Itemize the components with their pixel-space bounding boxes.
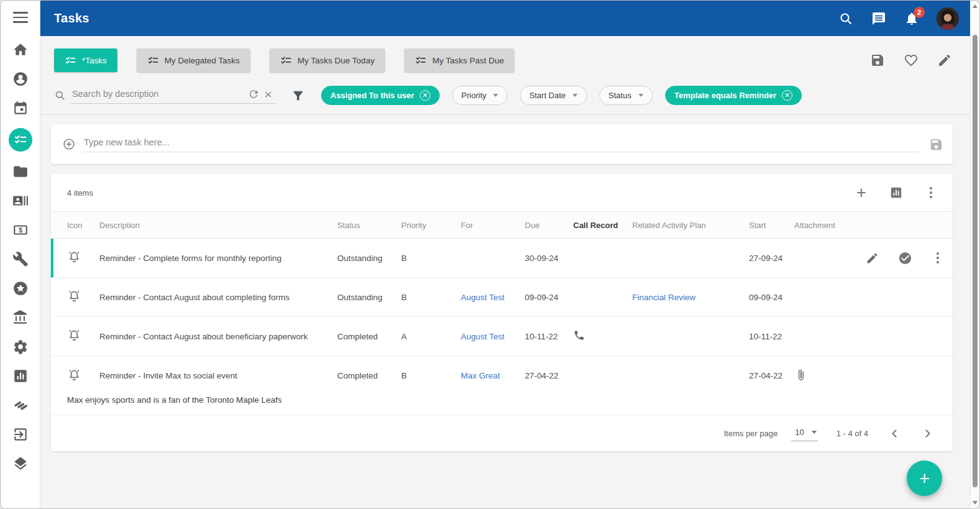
edit-task-button[interactable] — [864, 250, 879, 265]
sidebar-item-home[interactable] — [9, 40, 32, 59]
notifications-button[interactable]: 2 — [904, 11, 920, 27]
filter-chip-assigned-to-this-user[interactable]: Assigned To this user ✕ — [321, 86, 440, 105]
sidebar-item-layers[interactable] — [9, 454, 32, 473]
refresh-button[interactable] — [246, 87, 261, 101]
filter-chip-priority[interactable]: Priority — [452, 86, 507, 105]
column-header-for: For — [461, 221, 525, 230]
reminder-bell-icon — [67, 250, 81, 264]
task-for-link[interactable]: August Test — [461, 293, 525, 302]
layers-icon — [12, 456, 29, 472]
paperclip-icon[interactable] — [794, 369, 807, 382]
column-header-priority: Priority — [401, 221, 461, 230]
save-task-button[interactable] — [928, 136, 944, 152]
vertical-scrollbar[interactable] — [970, 1, 979, 508]
sidebar-item-settings[interactable] — [9, 337, 32, 356]
global-search-button[interactable] — [838, 11, 854, 27]
wrench-icon — [12, 251, 29, 267]
edit-view-button[interactable] — [937, 52, 953, 68]
tab-label: My Delegated Tasks — [165, 56, 240, 65]
related-activity-plan-link[interactable]: Financial Review — [632, 293, 749, 302]
sidebar-item-company[interactable] — [9, 308, 32, 327]
table-toolbar: 4 items + — [51, 174, 953, 211]
plus-icon: + — [919, 469, 930, 488]
sidebar-item-calendar[interactable] — [9, 99, 32, 117]
tab-my-tasks-due-today[interactable]: My Tasks Due Today — [270, 48, 385, 72]
chip-label: Assigned To this user — [330, 91, 414, 100]
sidebar-item-address-book[interactable] — [9, 191, 32, 210]
table-row[interactable]: Reminder - Invite Max to social event Co… — [51, 356, 953, 395]
tab-my-tasks-past-due[interactable]: My Tasks Past Due — [404, 48, 514, 72]
new-task-input[interactable] — [83, 137, 919, 148]
task-status: Completed — [337, 371, 401, 380]
funnel-icon — [291, 89, 305, 103]
filter-chip-status[interactable]: Status — [599, 86, 653, 105]
column-chart-button[interactable] — [888, 185, 904, 201]
tab-my-delegated-tasks[interactable]: My Delegated Tasks — [137, 48, 250, 72]
task-start-date: 27-04-22 — [749, 371, 794, 380]
column-header-icon: Icon — [67, 221, 99, 230]
add-circle-icon — [62, 137, 76, 151]
search-input[interactable] — [71, 88, 246, 99]
tab-tasks[interactable]: *Tasks — [54, 48, 117, 72]
sidebar-item-tools[interactable] — [9, 250, 32, 268]
kebab-icon — [930, 187, 932, 198]
scrollbar-thumb[interactable] — [973, 35, 978, 487]
task-priority: A — [401, 332, 461, 341]
chip-close-icon[interactable]: ✕ — [782, 90, 792, 101]
previous-page-button[interactable] — [888, 427, 901, 440]
tasks-checklist-icon — [14, 133, 27, 147]
phone-icon[interactable] — [573, 329, 585, 341]
next-page-button[interactable] — [921, 427, 934, 440]
chip-close-icon[interactable]: ✕ — [420, 90, 430, 101]
filter-funnel-button[interactable] — [291, 89, 306, 103]
sidebar-item-partners[interactable] — [9, 396, 32, 415]
money-card-icon: $ — [12, 222, 29, 238]
task-start-date: 09-09-24 — [749, 293, 794, 302]
task-due-date: 30-09-24 — [525, 254, 573, 263]
table-row[interactable]: Reminder - Contact August about benefici… — [51, 317, 953, 356]
favorite-button[interactable] — [903, 52, 919, 68]
create-task-fab[interactable]: + — [907, 461, 942, 496]
table-row[interactable]: Reminder - Contact August about completi… — [51, 278, 953, 317]
bar-chart-icon — [12, 368, 29, 384]
person-icon — [12, 71, 29, 87]
table-menu-button[interactable] — [923, 185, 939, 201]
chevron-down-icon — [573, 94, 578, 97]
sidebar-item-files[interactable] — [9, 162, 32, 181]
table-row-group: Reminder - Invite Max to social event Co… — [51, 356, 953, 415]
tasks-table-card: 4 items + Icon Description Status Priori… — [51, 174, 953, 451]
filter-chip-start-date[interactable]: Start Date — [520, 86, 587, 105]
task-for-link[interactable]: Max Great — [461, 371, 525, 380]
sidebar-item-exit[interactable] — [9, 425, 32, 444]
table-row[interactable]: Reminder - Complete forms for monthly re… — [51, 239, 953, 278]
avatar[interactable] — [937, 7, 959, 30]
task-description: Reminder - Contact August about completi… — [99, 293, 337, 302]
pencil-icon — [937, 53, 952, 68]
handshake-icon — [12, 397, 29, 413]
pagination-range: 1 - 4 of 4 — [837, 429, 868, 438]
sidebar-item-account[interactable] — [9, 70, 32, 88]
sidebar-item-favorites[interactable] — [9, 279, 32, 298]
complete-task-button[interactable] — [897, 250, 912, 265]
scroll-up-arrow[interactable] — [973, 4, 978, 8]
reminder-bell-icon — [67, 368, 81, 382]
sidebar-item-reports[interactable] — [9, 367, 32, 385]
row-menu-button[interactable] — [930, 250, 945, 265]
task-priority: B — [401, 293, 461, 302]
pagination-bar: Items per page 10 1 - 4 of 4 — [51, 415, 953, 451]
items-per-page-select[interactable]: 10 — [791, 426, 817, 441]
search-icon — [838, 11, 853, 26]
sidebar-item-tasks[interactable] — [9, 128, 32, 152]
chat-button[interactable] — [871, 11, 887, 27]
task-for-link[interactable]: August Test — [461, 332, 525, 341]
sidebar-item-opportunities[interactable]: $ — [9, 221, 32, 239]
task-note: Max enjoys sports and is a fan of the To… — [51, 395, 953, 415]
task-description: Reminder - Contact August about benefici… — [99, 332, 337, 341]
scroll-down-arrow[interactable] — [973, 501, 978, 505]
clear-search-button[interactable]: × — [261, 87, 276, 101]
menu-icon[interactable] — [13, 12, 28, 23]
save-icon — [870, 53, 885, 68]
add-task-button[interactable]: + — [853, 185, 869, 201]
save-view-button[interactable] — [869, 52, 886, 68]
filter-chip-template-equals-reminder[interactable]: Template equals Reminder ✕ — [665, 86, 802, 105]
